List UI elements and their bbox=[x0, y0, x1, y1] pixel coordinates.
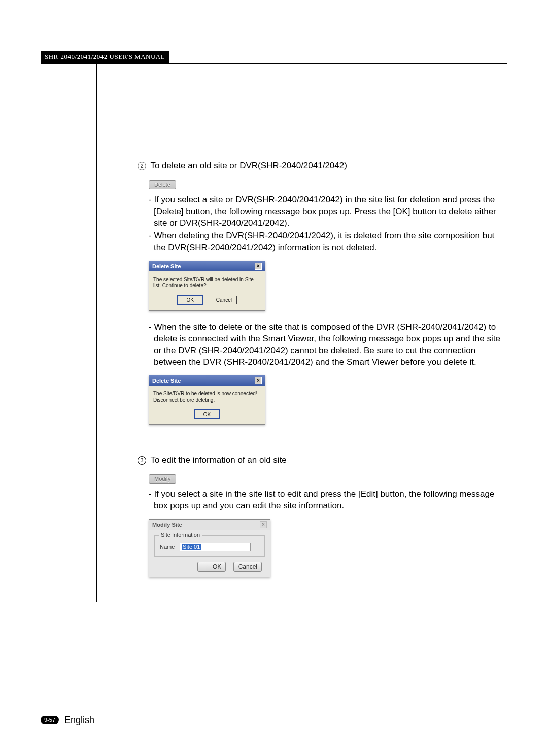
dialog2-ok-button[interactable]: OK bbox=[194, 409, 220, 419]
modify-buttons: OK Cancel bbox=[149, 562, 270, 577]
delete-button[interactable]: Delete bbox=[149, 180, 176, 189]
step2-title: To delete an old site or DVR(SHR-2040/20… bbox=[150, 161, 347, 170]
step3-para1: - If you select a site in the site list … bbox=[149, 489, 507, 512]
dialog1-buttons: OK Cancel bbox=[149, 293, 265, 310]
modify-title: Modify Site bbox=[152, 522, 182, 528]
delete-site-dialog-2: Delete Site × The Site/DVR to be deleted… bbox=[149, 375, 265, 425]
manual-header: SHR-2040/2041/2042 USER'S MANUAL bbox=[41, 51, 169, 63]
step3-heading: 3 To edit the information of an old site bbox=[138, 455, 507, 465]
page-footer: 9-57 English bbox=[41, 715, 94, 726]
dialog1-cancel-button[interactable]: Cancel bbox=[211, 296, 237, 304]
page-language: English bbox=[64, 715, 94, 725]
step2-para1: - If you select a site or DVR(SHR-2040/2… bbox=[149, 194, 507, 229]
dialog2-buttons: OK bbox=[149, 407, 265, 424]
step2-number: 2 bbox=[138, 162, 146, 170]
name-label: Name bbox=[160, 544, 178, 550]
dialog2-message: The Site/DVR to be deleted is now connec… bbox=[149, 386, 265, 407]
step2-para3: - When the site to delete or the site th… bbox=[149, 322, 507, 368]
modify-titlebar: Modify Site × bbox=[149, 520, 270, 530]
name-field-row: Name Site 01 bbox=[160, 543, 259, 551]
dialog2-titlebar: Delete Site × bbox=[149, 375, 265, 386]
step3-title: To edit the information of an old site bbox=[150, 455, 286, 465]
site-information-legend: Site Information bbox=[159, 532, 202, 538]
step2-bullets: - If you select a site or DVR(SHR-2040/2… bbox=[149, 194, 507, 254]
dialog1-ok-button[interactable]: OK bbox=[177, 295, 203, 305]
step2-bullets-2: - When the site to delete or the site th… bbox=[149, 322, 507, 368]
delete-site-dialog-1: Delete Site × The selected Site/DVR will… bbox=[149, 261, 265, 311]
dialog1-close-icon[interactable]: × bbox=[255, 263, 262, 270]
dialog1-title: Delete Site bbox=[152, 263, 181, 269]
step2-heading: 2 To delete an old site or DVR(SHR-2040/… bbox=[138, 161, 507, 171]
site-information-group: Site Information Name Site 01 bbox=[154, 535, 265, 557]
dialog1-message: The selected Site/DVR will be deleted in… bbox=[149, 271, 265, 293]
step3-bullets: - If you select a site in the site list … bbox=[149, 489, 507, 512]
content-column: 2 To delete an old site or DVR(SHR-2040/… bbox=[96, 64, 507, 602]
name-input-value: Site 01 bbox=[182, 544, 201, 550]
dialog2-title: Delete Site bbox=[152, 377, 181, 384]
page-number-badge: 9-57 bbox=[41, 716, 59, 724]
step2-para2: - When deleting the DVR(SHR-2040/2041/20… bbox=[149, 230, 507, 254]
name-input[interactable]: Site 01 bbox=[180, 543, 251, 551]
step3-number: 3 bbox=[138, 456, 146, 465]
dialog2-close-icon[interactable]: × bbox=[255, 377, 262, 384]
dialog1-titlebar: Delete Site × bbox=[149, 261, 265, 271]
modify-close-icon[interactable]: × bbox=[260, 521, 267, 528]
modify-ok-button[interactable]: OK bbox=[197, 562, 226, 572]
modify-button[interactable]: Modify bbox=[149, 474, 176, 484]
modify-cancel-button[interactable]: Cancel bbox=[233, 562, 262, 572]
modify-site-dialog: Modify Site × Site Information Name Site… bbox=[149, 519, 270, 577]
